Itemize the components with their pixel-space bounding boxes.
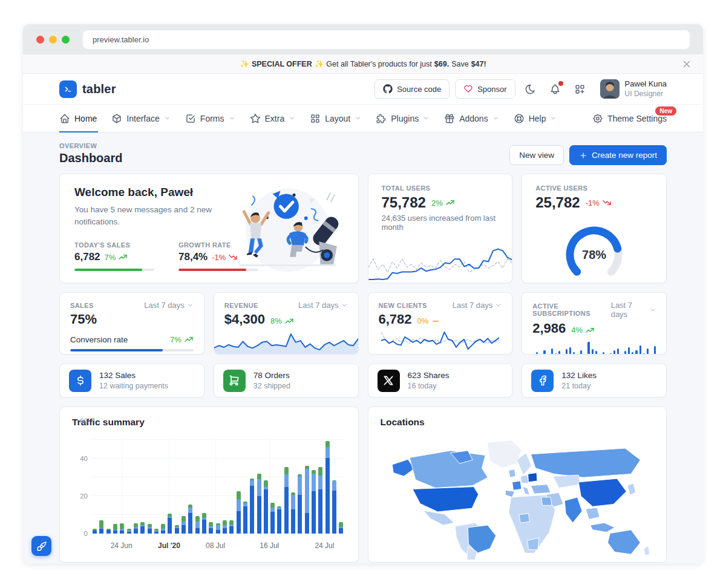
mini-bar: [632, 352, 633, 354]
todays-sales-stat: TODAY'S SALES 6,782 7%: [74, 241, 154, 271]
revenue-card: REVENUE Last 7 days $4,300 8%: [214, 292, 359, 354]
mini-bar: [577, 354, 578, 354]
main-nav: HomeInterfaceFormsExtraLayoutPluginsAddo…: [23, 104, 703, 132]
mini-bar: [569, 347, 571, 354]
address-bar[interactable]: preview.tabler.io: [83, 30, 690, 49]
celebration-illustration: [216, 178, 353, 280]
new-badge: New: [655, 106, 676, 116]
traffic-bar: [291, 492, 295, 534]
source-code-label: Source code: [397, 85, 441, 94]
mini-bar: [551, 348, 553, 354]
growth-rate-value: 78,4%: [178, 251, 208, 263]
layout-grid-add-icon: [574, 83, 586, 95]
total-users-label: TOTAL USERS: [382, 185, 499, 192]
active-users-card: ACTIVE USERS 25,782 -1% 78%: [522, 174, 667, 283]
window-minimize-button[interactable]: [49, 36, 57, 44]
mini-bar: [643, 353, 645, 354]
chevron-down-icon: [550, 115, 557, 122]
offer-save-word: Save: [451, 60, 469, 68]
traffic-bar: [250, 479, 254, 534]
puzzle-icon: [376, 113, 387, 124]
mini-bar: [617, 348, 619, 354]
terminal-logo-icon: [59, 80, 77, 98]
revenue-chart: [214, 332, 358, 354]
theme-settings-button[interactable]: Theme Settings New: [592, 113, 667, 124]
nav-item-interface[interactable]: Interface: [104, 105, 177, 132]
window-close-button[interactable]: [36, 36, 44, 44]
traffic-chart: 020406080100 24 JunJul '2008 Jul16 Jul24…: [72, 437, 346, 554]
offer-text: Get all Tabler's products for just: [326, 60, 431, 68]
dark-mode-toggle[interactable]: [522, 80, 540, 98]
mini-bar: [595, 351, 597, 354]
locations-card: Locations: [368, 407, 667, 563]
revenue-trend: 8%: [270, 316, 282, 325]
nav-item-home[interactable]: Home: [59, 105, 104, 132]
new-clients-period-dropdown[interactable]: Last 7 days: [453, 301, 502, 310]
apps-button[interactable]: [571, 80, 589, 98]
total-users-chart: [368, 243, 512, 283]
mini-bar: [540, 354, 541, 354]
traffic-bar: [237, 491, 241, 534]
nav-item-forms[interactable]: Forms: [178, 105, 243, 132]
sponsor-button[interactable]: Sponsor: [455, 79, 515, 99]
traffic-bar: [277, 506, 281, 534]
sales-period-dropdown[interactable]: Last 7 days: [144, 301, 194, 310]
nav-item-extra[interactable]: Extra: [243, 105, 303, 132]
welcome-card: Welcome back, Paweł You have 5 new messa…: [59, 174, 359, 283]
nav-item-label: Layout: [325, 114, 350, 123]
nav-item-help[interactable]: Help: [506, 105, 564, 132]
mini-bar: [592, 349, 594, 354]
traffic-bar: [223, 520, 227, 534]
nav-item-layout[interactable]: Layout: [302, 105, 368, 132]
subscriptions-label: ACTIVE SUBSCRIPTIONS: [532, 302, 610, 317]
notifications-button[interactable]: [546, 80, 564, 98]
create-report-button[interactable]: Create new report: [569, 145, 667, 165]
new-clients-value: 6,782: [379, 312, 412, 327]
page-content: OVERVIEW Dashboard New view Create new r…: [23, 132, 703, 563]
trending-up-icon: [118, 252, 128, 262]
window-maximize-button[interactable]: [62, 36, 70, 44]
subscriptions-period-dropdown[interactable]: Last 7 days: [611, 301, 656, 319]
tabler-logo[interactable]: tabler: [59, 80, 116, 98]
nav-item-plugins[interactable]: Plugins: [368, 105, 437, 132]
todays-sales-progress: [74, 269, 142, 271]
traffic-bar: [195, 516, 200, 534]
mini-bar: [635, 350, 637, 354]
github-icon: [383, 84, 393, 94]
traffic-bar: [106, 529, 111, 534]
mini-bar: [647, 348, 649, 354]
sales-period-label: Last 7 days: [144, 301, 185, 310]
chevron-down-icon: [492, 115, 499, 122]
source-code-button[interactable]: Source code: [374, 79, 450, 99]
revenue-period-label: Last 7 days: [298, 301, 339, 310]
nav-item-label: Home: [74, 114, 97, 123]
notification-dot: [558, 81, 563, 86]
new-view-button[interactable]: New view: [509, 145, 564, 165]
gauge-value-label: 78%: [522, 248, 666, 262]
revenue-label: REVENUE: [224, 302, 258, 309]
subscriptions-trend: 4%: [571, 325, 583, 335]
mini-bar: [613, 350, 615, 354]
chevron-down-icon: [423, 115, 430, 122]
chevron-down-icon: [495, 302, 502, 309]
shopping-cart-icon: [228, 374, 240, 387]
x-axis-label: 24 Jun: [111, 541, 132, 550]
app-header: tabler Source code Sponsor: [23, 74, 703, 104]
heart-icon: [463, 84, 473, 94]
browser-chrome: preview.tabler.io: [23, 24, 703, 54]
banner-close-icon[interactable]: [681, 59, 692, 70]
user-menu[interactable]: Paweł Kuna UI Designer: [600, 79, 667, 99]
mini-bar: [628, 347, 630, 354]
sales-card: SALES Last 7 days 75% Conversion rate 7%: [59, 292, 204, 354]
mini-bar: [587, 342, 589, 354]
nav-item-addons[interactable]: Addons: [437, 105, 506, 132]
mini-bar: [555, 353, 557, 354]
trending-up-icon: [284, 316, 294, 326]
mini-bar: [621, 354, 623, 354]
stat-title: 623 Shares: [408, 370, 450, 381]
revenue-period-dropdown[interactable]: Last 7 days: [298, 301, 348, 310]
traffic-bar: [113, 524, 117, 534]
subscriptions-period-label: Last 7 days: [611, 301, 647, 319]
theme-customizer-button[interactable]: [31, 536, 51, 556]
nav-item-label: Help: [529, 114, 546, 123]
